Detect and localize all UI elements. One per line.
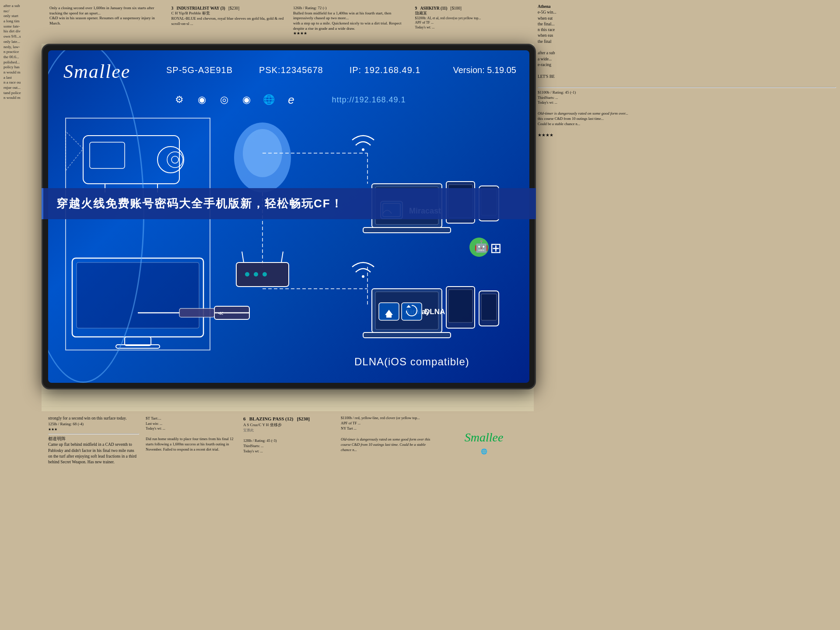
svg-point-52 (254, 272, 258, 276)
news-text-top: Only a closing second over 1,600m in Jan… (42, 0, 536, 42)
svg-line-55 (281, 252, 283, 262)
svg-point-6 (172, 156, 178, 163)
svg-point-22 (362, 275, 364, 278)
svg-point-51 (245, 272, 249, 276)
browser-icon[interactable]: e (283, 92, 299, 108)
banner-text: 穿越火线免费账号密码大全手机版新，轻松畅玩CF！ (56, 197, 343, 210)
settings-icon-3[interactable]: ◎ (216, 92, 232, 108)
device-version: Version: 5.19.05 (453, 65, 516, 75)
newspaper-bottom-panel: strongly for a second win on this surfac… (42, 411, 536, 630)
globe-icon[interactable]: 🌐 (261, 92, 276, 108)
svg-rect-58 (179, 308, 214, 317)
news-text-bottom: strongly for a second win on this surfac… (42, 411, 536, 470)
device-ip: IP: 192.168.49.1 (350, 65, 421, 75)
gear-icon[interactable]: ⚙ (172, 92, 187, 108)
svg-rect-50 (236, 262, 289, 287)
svg-text:⊞: ⊞ (490, 240, 502, 256)
svg-point-53 (262, 272, 267, 276)
svg-rect-25 (363, 228, 451, 233)
news-text-right: Athena e-5G win... when eat the final...… (534, 0, 840, 142)
svg-rect-49 (481, 294, 497, 320)
device-url: http://192.168.49.1 (332, 95, 406, 105)
newspaper-left-panel: after a sub nıc/ only start a long tim s… (0, 0, 42, 630)
settings-icon-2[interactable]: ◉ (194, 92, 210, 108)
newspaper-right-panel: Athena e-5G win... when eat the final...… (534, 0, 840, 630)
svg-text:DLNA: DLNA (424, 308, 445, 316)
svg-point-5 (167, 152, 183, 168)
device-model: SP-5G-A3E91B (166, 65, 233, 75)
news-text-left: after a sub nıc/ only start a long tim s… (0, 0, 42, 104)
svg-rect-38 (363, 332, 451, 338)
svg-rect-41 (386, 315, 392, 318)
newspaper-top-panel: Only a closing second over 1,600m in Jan… (42, 0, 536, 44)
svg-text:🤖: 🤖 (474, 239, 489, 253)
overlay-banner: 穿越火线免费账号密码大全手机版新，轻松畅玩CF！ (42, 188, 536, 219)
svg-rect-47 (448, 290, 472, 322)
svg-point-21 (362, 148, 364, 151)
settings-icon-4[interactable]: ◉ (238, 92, 254, 108)
svg-text:DLNA(iOS compatible): DLNA(iOS compatible) (354, 356, 469, 368)
header-info: SP-5G-A3E91B PSK:12345678 IP: 192.168.49… (166, 65, 516, 75)
svg-line-54 (242, 252, 244, 262)
device-psk: PSK:12345678 (259, 65, 323, 75)
